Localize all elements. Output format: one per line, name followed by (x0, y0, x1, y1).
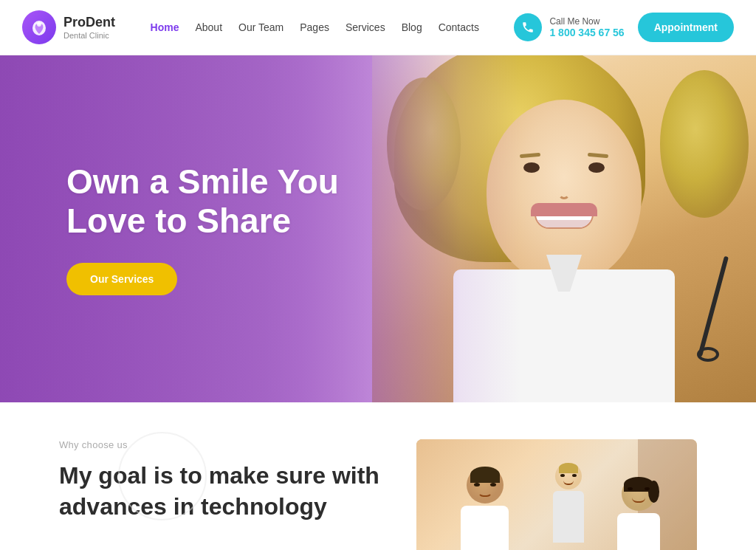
hero-title: Own a Smile You Love to Share (66, 162, 347, 241)
family-photo (416, 439, 697, 550)
why-title: My goal is to make sure with advances in… (59, 461, 379, 522)
why-right (416, 439, 697, 550)
logo-text: ProDent Dental Clinic (63, 15, 115, 40)
our-services-button[interactable]: Our Services (66, 263, 177, 295)
phone-area: Call Me Now 1 800 345 67 56 (514, 13, 624, 41)
phone-icon (514, 13, 542, 41)
phone-info: Call Me Now 1 800 345 67 56 (549, 16, 624, 38)
main-nav: Home About Our Team Pages Services Blog … (151, 21, 479, 33)
nav-blog[interactable]: Blog (402, 21, 422, 33)
header-right: Call Me Now 1 800 345 67 56 Appointment (514, 13, 734, 42)
circle-decor (118, 432, 207, 520)
nav-home[interactable]: Home (151, 21, 179, 33)
logo-area: ProDent Dental Clinic (22, 10, 115, 44)
site-header: ProDent Dental Clinic Home About Our Tea… (0, 0, 756, 55)
nav-our-team[interactable]: Our Team (238, 21, 284, 33)
nav-services[interactable]: Services (346, 21, 385, 33)
hero-image-inner (372, 55, 756, 402)
why-left: Why choose us My goal is to make sure wi… (59, 439, 379, 522)
why-choose-section: Why choose us My goal is to make sure wi… (0, 402, 756, 550)
hero-image (372, 55, 756, 402)
call-label: Call Me Now (549, 16, 624, 27)
nav-about[interactable]: About (195, 21, 222, 33)
why-tag: Why choose us (59, 439, 379, 450)
phone-number: 1 800 345 67 56 (549, 27, 624, 38)
svg-point-1 (37, 22, 41, 27)
brand-name: ProDent (63, 15, 115, 31)
hero-section: Own a Smile You Love to Share Our Servic… (0, 55, 756, 402)
hero-content: Own a Smile You Love to Share Our Servic… (66, 162, 347, 295)
brand-subtitle: Dental Clinic (63, 31, 115, 40)
appointment-button[interactable]: Appointment (638, 13, 734, 42)
logo-icon (22, 10, 56, 44)
nav-pages[interactable]: Pages (300, 21, 329, 33)
nav-contacts[interactable]: Contacts (439, 21, 479, 33)
